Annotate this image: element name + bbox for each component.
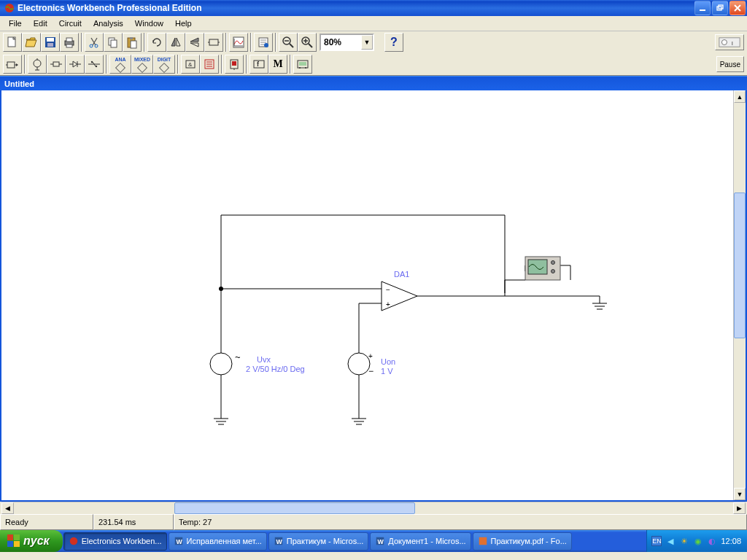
vscroll-thumb[interactable] [734,192,746,338]
menu-file[interactable]: File [3,18,28,29]
component-source-uon[interactable]: + − Uon 1 V [348,352,395,376]
svg-text:−: − [368,366,374,376]
flip-h-button[interactable] [166,33,185,52]
svg-text:Uon: Uon [381,357,395,366]
svg-point-67 [305,67,306,69]
taskbar-app-ewb[interactable]: Electronics Workben... [63,532,167,551]
svg-rect-95 [14,534,20,540]
taskbar-app-pdf[interactable]: Практикум.pdf - Fo... [473,532,572,551]
scroll-left-button[interactable]: ◀ [1,502,14,514]
restore-button[interactable] [712,1,728,15]
menubar: File Edit Circuit Analysis Window Help [0,16,747,31]
system-tray[interactable]: EN ◀ ☀ ◉ ◐ 12:08 [646,530,747,552]
tray-icon-2[interactable]: ☀ [679,536,689,546]
new-file-button[interactable] [3,33,22,52]
cut-button[interactable] [85,33,104,52]
svg-rect-18 [209,39,218,45]
minimize-button[interactable] [694,1,711,15]
diode-bin-button[interactable] [47,55,66,74]
taskbar-app-word3[interactable]: W Документ1 - Micros... [370,532,471,551]
status-bar: Ready 231.54 ms Temp: 27 [0,514,747,530]
svg-point-66 [299,67,301,69]
svg-point-79 [348,353,370,375]
status-temp: Temp: 27 [174,514,747,530]
svg-rect-60 [232,61,236,66]
svg-point-11 [90,44,93,47]
svg-rect-105 [479,537,487,545]
transistor-bin-button[interactable] [66,55,85,74]
tray-clock[interactable]: 12:08 [721,537,741,545]
svg-text:W: W [176,538,182,545]
svg-text:+: + [386,300,390,308]
component-source-uvx[interactable]: ~ Uvx 2 V/50 Hz/0 Deg [210,351,305,375]
svg-text:Uvx: Uvx [257,355,271,364]
menu-help[interactable]: Help [169,18,198,29]
svg-text:−: − [386,286,390,294]
language-indicator[interactable]: EN [651,536,662,546]
menu-circuit[interactable]: Circuit [53,18,88,29]
menu-edit[interactable]: Edit [28,18,53,29]
analog-ic-bin-button[interactable] [85,55,104,74]
menu-window[interactable]: Window [129,18,169,29]
document-titlebar: Untitled [0,76,747,90]
app-icon [4,2,15,14]
activate-switch[interactable]: I [715,34,744,50]
paste-button[interactable] [123,33,142,52]
pause-button[interactable]: Pause [716,56,744,72]
print-button[interactable] [60,33,79,52]
circuit-canvas[interactable]: − + DA1 ~ Uvx 2 V/50 Hz/0 Deg + − Uon 1 … [0,90,747,502]
scroll-right-button[interactable]: ▶ [733,502,746,514]
svg-text:+: + [368,352,373,360]
mixed-bin-button[interactable]: MIXED [131,55,153,74]
scroll-up-button[interactable]: ▲ [734,90,746,103]
help-button[interactable]: ? [384,33,403,52]
control-bin-button[interactable] [200,55,219,74]
rotate-button[interactable] [147,33,166,52]
indicator-bin-button[interactable]: & [181,55,200,74]
instrument-oscilloscope[interactable] [525,257,560,280]
instrument-m-button[interactable]: M [268,55,287,74]
digit-bin-button[interactable]: DIGIT [153,55,175,74]
svg-point-68 [219,287,223,291]
menu-analysis[interactable]: Analysis [88,18,129,29]
taskbar-app-word2[interactable]: W Практикум - Micros... [268,532,368,551]
svg-point-51 [91,61,93,63]
tray-icon-3[interactable]: ◉ [693,536,703,546]
sources-bin-button[interactable] [3,55,22,74]
instrument-f-button[interactable]: f [249,55,268,74]
component-opamp-da1[interactable]: − + DA1 [382,270,417,311]
svg-rect-97 [14,541,20,547]
vertical-scrollbar[interactable]: ▲ ▼ [733,90,746,500]
hscroll-thumb[interactable] [174,502,415,514]
svg-text:f: f [257,61,260,68]
zoom-dropdown-arrow[interactable]: ▼ [361,35,373,50]
copy-button[interactable] [104,33,123,52]
svg-rect-91 [528,260,547,274]
instrument-scope-button[interactable] [293,55,312,74]
basic-bin-button[interactable] [28,55,47,74]
tray-icon-1[interactable]: ◀ [665,536,676,546]
svg-line-27 [290,44,293,47]
flip-v-button[interactable] [185,33,204,52]
tray-icon-4[interactable]: ◐ [707,536,717,546]
scroll-down-button[interactable]: ▼ [734,488,746,500]
windows-taskbar: пуск Electronics Workben... W Исправленн… [0,530,747,552]
circuit-schematic: − + DA1 ~ Uvx 2 V/50 Hz/0 Deg + − Uon 1 … [1,90,731,499]
horizontal-scrollbar[interactable]: ◀ ▶ [1,502,746,514]
zoom-out-button[interactable] [279,33,298,52]
start-button[interactable]: пуск [0,530,63,552]
subcircuit-button[interactable] [204,33,223,52]
ana-bin-button[interactable]: ANA [109,55,131,74]
open-file-button[interactable] [22,33,41,52]
svg-text:~: ~ [235,351,241,362]
misc-bin-button[interactable] [225,55,244,74]
taskbar-app-word1[interactable]: W Исправленная мет... [169,532,267,551]
close-button[interactable] [729,1,746,15]
zoom-combo[interactable]: ▼ [320,34,374,51]
zoom-in-button[interactable] [298,33,317,52]
graph-button[interactable] [229,33,248,52]
save-button[interactable] [41,33,60,52]
svg-rect-94 [7,534,13,540]
zoom-input[interactable] [321,36,361,49]
component-props-button[interactable] [254,33,273,52]
